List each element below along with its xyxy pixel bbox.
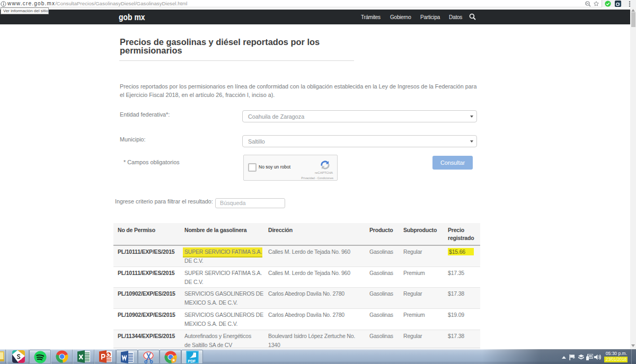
svg-text:PDF: PDF	[188, 359, 196, 363]
